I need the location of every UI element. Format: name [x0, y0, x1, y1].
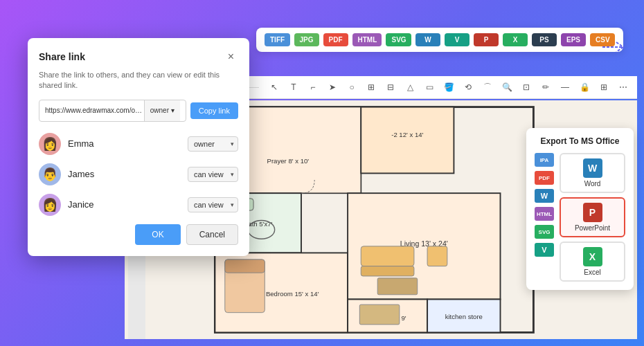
fill-tool[interactable]: 🪣	[442, 80, 456, 94]
more-tool[interactable]: ⋯	[616, 80, 630, 94]
zoom-tool[interactable]: 🔍	[500, 80, 514, 94]
link-role-dropdown[interactable]: owner ▾	[144, 100, 180, 121]
html-button[interactable]: HTML	[352, 33, 382, 46]
format-toolbar: TIFF JPG PDF HTML SVG W V P X PS EPS CSV	[256, 28, 623, 52]
dialog-description: Share the link to others, and they can v…	[39, 70, 238, 91]
dialog-footer: OK Cancel	[39, 224, 238, 245]
svg-text:kitchen store: kitchen store	[445, 313, 483, 320]
avatar-emma: 👩	[39, 133, 61, 155]
export-word-item[interactable]: W Word	[560, 153, 625, 193]
arrow-tool[interactable]: ➤	[325, 80, 339, 94]
side-vsdx-badge[interactable]: V	[535, 243, 554, 257]
side-svg-badge[interactable]: SVG	[535, 225, 554, 239]
pdf-button[interactable]: PDF	[323, 33, 348, 46]
lock-tool[interactable]: 🔒	[578, 80, 591, 94]
grid-tool[interactable]: ⊟	[384, 80, 397, 94]
copy-link-button[interactable]: Copy link	[190, 102, 238, 119]
shape-tool[interactable]: ○	[345, 80, 359, 94]
dialog-header: Share link ×	[39, 49, 238, 64]
cursor-tool[interactable]: ↖	[267, 80, 281, 94]
word-label: Word	[584, 180, 601, 188]
side-html-badge[interactable]: HTML	[535, 207, 554, 221]
tiff-button[interactable]: TIFF	[265, 33, 290, 46]
connect-tool[interactable]: ⟲	[461, 80, 475, 94]
link-row: owner ▾ Copy link	[39, 100, 238, 122]
export-excel-item[interactable]: X Excel	[560, 242, 625, 282]
side-tiff-badge[interactable]: IPA	[535, 153, 554, 167]
triangle-tool[interactable]: △	[403, 80, 417, 94]
close-button[interactable]: ×	[224, 49, 238, 64]
svg-rect-6	[361, 107, 454, 174]
svg-text:-2 12' x 14': -2 12' x 14'	[391, 131, 423, 138]
user-name-emma: Emma	[68, 138, 181, 149]
avatar-james: 👨	[39, 163, 61, 185]
svg-rect-20	[361, 266, 414, 276]
role-wrap-janice: can view can edit owner	[188, 197, 238, 212]
svg-rect-25	[359, 304, 400, 325]
user-name-james: James	[68, 169, 181, 179]
export-panel-title: Export To MS Office	[535, 136, 625, 146]
ok-button[interactable]: OK	[135, 224, 180, 245]
vsdx-button[interactable]: V	[445, 33, 469, 46]
eps-button[interactable]: EPS	[561, 33, 586, 46]
ppt-button[interactable]: P	[474, 33, 499, 46]
user-name-janice: Janice	[68, 199, 181, 210]
role-dropdown-emma[interactable]: owner can edit can view	[188, 136, 238, 152]
avatar-janice: 👩	[39, 194, 61, 216]
dialog-title: Share link	[39, 51, 85, 62]
user-row-janice: 👩 Janice can view can edit owner	[39, 194, 238, 216]
export-panel: Export To MS Office IPA PDF W HTML SVG V…	[526, 128, 634, 290]
side-word-badge[interactable]: W	[535, 189, 554, 203]
crop-tool[interactable]: ⊞	[364, 80, 378, 94]
curve-tool[interactable]: ⌒	[481, 80, 494, 94]
powerpoint-label: PowerPoint	[575, 224, 610, 232]
line-tool[interactable]: —	[558, 80, 572, 94]
svg-rect-19	[361, 246, 414, 266]
link-input[interactable]	[45, 107, 144, 114]
word-format-button[interactable]: W	[415, 33, 440, 46]
export-items-list: W Word P PowerPoint X Excel	[560, 153, 625, 282]
excel-button[interactable]: X	[503, 33, 528, 46]
excel-label: Excel	[584, 268, 600, 276]
export-grid: IPA PDF W HTML SVG V W Word P PowerPoint…	[535, 153, 625, 282]
svg-rect-21	[427, 246, 447, 266]
ps-button[interactable]: PS	[532, 33, 557, 46]
angle-tool[interactable]: ⌐	[306, 80, 320, 94]
table-tool[interactable]: ⊞	[597, 80, 611, 94]
svg-rect-22	[377, 278, 418, 295]
svg-rect-16	[225, 260, 265, 273]
arrow-indicator	[599, 40, 627, 57]
word-icon: W	[583, 158, 602, 178]
role-dropdown-janice[interactable]: can view can edit owner	[188, 197, 238, 212]
cancel-button[interactable]: Cancel	[186, 224, 238, 245]
powerpoint-icon: P	[583, 203, 602, 222]
svg-text:Prayer 8' x 10': Prayer 8' x 10'	[267, 157, 310, 165]
role-wrap-james: can view can edit owner	[188, 167, 238, 182]
text-tool[interactable]: T	[287, 80, 301, 94]
jpg-button[interactable]: JPG	[294, 33, 319, 46]
user-row-james: 👨 James can view can edit owner	[39, 163, 238, 185]
user-row-emma: 👩 Emma owner can edit can view	[39, 133, 238, 155]
link-input-wrap: owner ▾	[39, 100, 186, 122]
excel-icon: X	[583, 247, 602, 266]
export-powerpoint-item[interactable]: P PowerPoint	[560, 197, 625, 237]
role-dropdown-james[interactable]: can view can edit owner	[188, 167, 238, 182]
image-tool[interactable]: ⊡	[519, 80, 533, 94]
role-wrap-emma: owner can edit can view	[188, 136, 238, 152]
share-dialog: Share link × Share the link to others, a…	[28, 38, 249, 256]
svg-button[interactable]: SVG	[386, 33, 411, 46]
rect-tool[interactable]: ▭	[422, 80, 436, 94]
pen-tool[interactable]: ✏	[539, 80, 553, 94]
side-pdf-badge[interactable]: PDF	[535, 171, 554, 185]
export-side-icons: IPA PDF W HTML SVG V	[535, 153, 554, 282]
